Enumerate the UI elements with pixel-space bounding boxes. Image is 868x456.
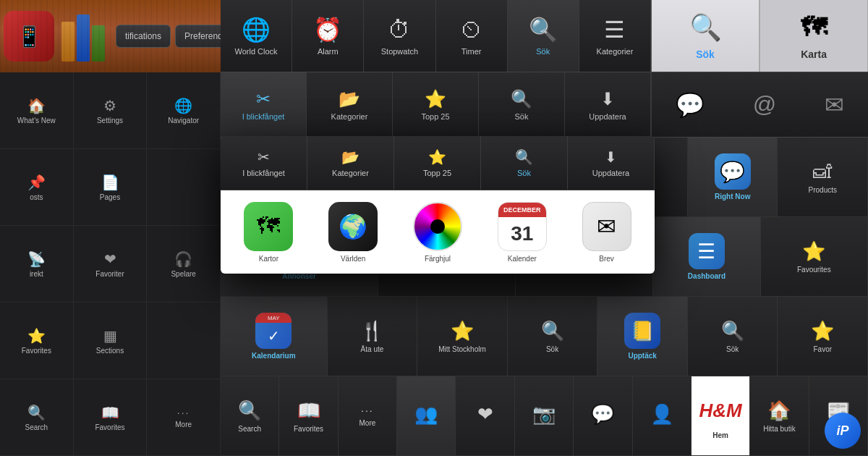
app-cell-heart3[interactable]: ❤ [456,376,514,455]
left-nav-row-1: 🏠 What's New ⚙ Settings 🌐 Navigator [0,72,221,149]
app-icon-red[interactable]: 📱 [4,11,54,62]
app-cell-rightnow[interactable]: 💬 Right Now [688,138,778,216]
notifications-button[interactable]: tifications [116,25,171,48]
search-icon: 🔍 [27,404,46,421]
pin-icon: 📌 [27,174,46,191]
search3-icon: 🔍 [541,320,564,342]
popup-globe-icon: 🌍 [328,202,378,251]
clock-nav-world-clock[interactable]: 🌐 World Clock [221,0,292,72]
clock-nav-sok[interactable]: 🔍 Sök [508,0,579,72]
app-cell-sok3[interactable]: 🔍 Sök [508,297,598,376]
star-icon-as: ⭐ [425,89,446,109]
settings-icon: ⚙ [103,97,116,114]
popup-app-letter[interactable]: ✉ Brev [574,202,639,263]
popup-nav-topp25[interactable]: ⭐ Topp 25 [394,136,481,190]
app-cell-kalendarium[interactable]: MAY ✓ Kalendarium [221,297,328,376]
sok-icon: 🔍 [529,16,558,43]
left-nav-posts[interactable]: 📌 osts [0,149,74,225]
popup-app-calendar[interactable]: DECEMBER 31 Kalender [490,202,555,263]
left-nav-navigator[interactable]: 🌐 Navigator [147,72,221,148]
popup-app-maps[interactable]: 🗺 Kartor [236,202,301,263]
app-cell-products[interactable]: 🛋 Products [778,138,868,216]
panel-tab-sok[interactable]: 🔍 Sök [652,0,760,72]
mail-icon-right[interactable]: ✉ [825,91,844,119]
popup-calendar-icon: DECEMBER 31 [498,202,547,251]
popup-appstore-nav: ✂ I blickfånget 📂 Kategorier ⭐ Topp 25 🔍… [221,136,655,190]
star-fav-icon: ⭐ [802,240,825,263]
clock-nav-timer[interactable]: ⏲ Timer [436,0,508,72]
app-cell-camera[interactable]: 📷 [515,376,574,455]
app-cell-ata-ute[interactable]: 🍴 Äta ute [328,297,418,376]
panel-sok-icon: 🔍 [689,12,722,43]
sofa-icon: 🛋 [813,161,832,183]
appstore-secondary-nav: ✂ I blickfånget 📂 Kategorier ⭐ Topp 25 🔍… [221,72,868,138]
fork-icon: 🍴 [360,320,383,342]
app-cell-search2[interactable]: 🔍 Search [221,376,279,455]
left-nav-favorites[interactable]: ⭐ Favorites [0,303,74,379]
left-nav-direkt[interactable]: 📡 irekt [0,226,74,302]
app-cell-people[interactable]: 👥 [397,376,456,455]
left-nav-favoriter[interactable]: ❤ Favoriter [74,226,148,302]
preferences-button[interactable]: Preferences [175,25,221,48]
popup-nav-uppdatera[interactable]: ⬇ Uppdatera [568,136,655,190]
book-icon: 📖 [101,404,119,421]
app-cell-favorites3[interactable]: 📖 Favorites [279,376,338,455]
clock-nav-stopwatch[interactable]: ⏱ Stopwatch [364,0,435,72]
app-cell-upptack[interactable]: 📒 Upptäck [597,297,688,376]
radio-icon: 📡 [27,250,46,268]
appstore-nav-topp25[interactable]: ⭐ Topp 25 [393,72,479,137]
popup-scissors-icon: ✂ [258,148,270,166]
app-cell-msg[interactable]: 💬 [574,376,632,455]
clock-nav-alarm[interactable]: ⏰ Alarm [292,0,364,72]
left-nav-more[interactable]: ··· More [147,379,221,455]
app-cell-favor[interactable]: ⭐ Favor [778,297,868,376]
popup-nav-sok[interactable]: 🔍 Sök [481,136,568,190]
left-nav-settings[interactable]: ⚙ Settings [74,72,148,148]
popup-nav-i-blickfanget[interactable]: ✂ I blickfånget [221,136,307,190]
app-row-bottom: 🔍 Search 📖 Favorites ··· More 👥 ❤ [221,376,868,456]
left-nav-favorites2[interactable]: 📖 Favorites [74,379,148,455]
left-nav-sections[interactable]: ▦ Sections [74,303,148,379]
left-nav-empty2[interactable] [147,149,221,225]
app-cell-hem[interactable]: H&M Hem [692,376,750,455]
home-icon: 🏠 [27,97,46,114]
app-cell-sok4[interactable]: 🔍 Sök [688,297,778,376]
popup-app-globe[interactable]: 🌍 Världen [320,202,386,263]
popup-search-icon: 🔍 [515,148,533,166]
left-nav-row-4: ⭐ Favorites ▦ Sections [0,303,221,379]
app-cell-dashboard[interactable]: ☰ Dashboard [653,217,760,296]
appstore-nav-sok[interactable]: 🔍 Sök [479,72,565,137]
left-nav-empty4[interactable] [147,303,221,379]
sections-icon: ▦ [103,327,117,345]
search5-icon: 🔍 [238,400,261,422]
left-nav-whats-new[interactable]: 🏠 What's New [0,72,74,148]
popup-nav-kategorier[interactable]: 📂 Kategorier [307,136,394,190]
app-header-left: 📱 tifications Preferences [0,0,221,72]
appstore-nav-kategorier[interactable]: 📂 Kategorier [307,72,393,137]
app-cell-contacts[interactable]: 👤 [633,376,692,455]
popup-maps-icon: 🗺 [244,202,293,251]
left-nav-search[interactable]: 🔍 Search [0,379,74,455]
panel-tab-karta[interactable]: 🗺 Karta [760,0,868,72]
left-nav-spelare[interactable]: 🎧 Spelare [147,226,221,302]
clock-nav-kategorier[interactable]: ☰ Kategorier [579,0,651,72]
left-nav-pages[interactable]: 📄 Pages [74,149,148,225]
bookshelf-icon [61,11,105,62]
star-stockholm-icon: ⭐ [451,320,474,342]
kalendarium-icon: MAY ✓ [255,313,292,349]
right-side-icons: 💬 @ ✉ [651,72,868,137]
alarm-icon: ⏰ [313,16,342,43]
app-cell-mitt-stockholm[interactable]: ⭐ Mitt Stockholm [417,297,508,376]
chat-icon-right[interactable]: 💬 [676,91,705,119]
popup-letter-icon: ✉ [582,202,631,251]
at-icon-right[interactable]: @ [753,91,776,118]
popup-app-colorwheel[interactable]: Färghjul [405,202,470,263]
popup-star-icon: ⭐ [428,148,446,166]
app-cell-hitta-butik[interactable]: 🏠 Hitta butik [750,376,809,455]
app-cell-favourites[interactable]: ⭐ Favourites [761,217,868,296]
app-cell-more2[interactable]: ··· More [339,376,397,455]
appstore-nav-uppdatera[interactable]: ⬇ Uppdatera [565,72,651,137]
scissors-icon: ✂ [256,89,271,109]
appstore-nav-i-blickfanget[interactable]: ✂ I blickfånget [221,72,307,137]
clock-app-nav: 🌐 World Clock ⏰ Alarm ⏱ Stopwatch ⏲ Time… [221,0,868,72]
